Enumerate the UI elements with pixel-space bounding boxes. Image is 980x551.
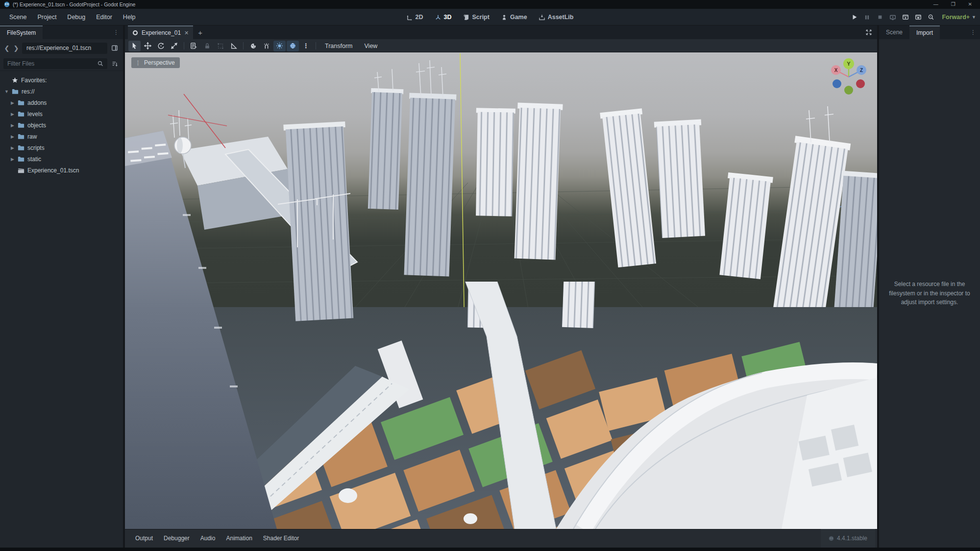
pause-button[interactable] [861,12,873,22]
menu-project[interactable]: Project [32,14,62,21]
workspace-tab-2d[interactable]: 2D [403,13,427,22]
renderer-selector[interactable]: Forward+ ▼ [942,14,976,21]
perspective-menu-button[interactable]: ⋮ Perspective [131,57,180,68]
scale-mode-button[interactable] [168,41,180,51]
menu-debug[interactable]: Debug [62,14,91,21]
tree-item-favorites[interactable]: Favorites: [0,74,123,86]
history-forward-button[interactable]: ❯ [13,45,20,52]
filesystem-dock-menu-icon[interactable]: ⋮ [109,25,123,39]
expand-arrow-icon[interactable]: ▶ [10,100,15,105]
scene-icon [132,30,138,36]
stop-button[interactable] [874,12,885,22]
environment-globe-icon [289,42,296,49]
new-scene-tab-button[interactable]: + [193,25,207,39]
play-button[interactable] [849,12,860,22]
workspace-tab-assetlib[interactable]: AssetLib [536,13,577,22]
extra-options-button[interactable]: ⋮ [300,41,312,51]
local-space-button[interactable] [247,41,259,51]
panel-audio[interactable]: Audio [195,535,221,542]
menu-help[interactable]: Help [118,14,141,21]
vertical-dots-icon: ⋮ [135,60,141,66]
tree-item-objects[interactable]: ▶ objects [0,120,123,131]
view-menu[interactable]: View [359,43,383,49]
preview-environment-button[interactable] [287,41,299,51]
snap-toggle-button[interactable] [260,41,272,51]
expand-fullscreen-icon [865,29,872,36]
remote-debug-button[interactable] [887,12,898,22]
history-back-button[interactable]: ❮ [3,45,10,52]
right-dock-menu-icon[interactable]: ⋮ [966,25,980,39]
workspace-tab-script[interactable]: Script [460,13,492,22]
tree-item-raw[interactable]: ▶ raw [0,131,123,142]
group-icon [217,43,224,49]
panel-debugger[interactable]: Debugger [158,535,195,542]
workspace-tab-game[interactable]: Game [498,13,531,22]
workspace-tab-3d[interactable]: 3D [432,13,455,22]
minimize-button[interactable]: — [933,2,938,7]
workspace-switcher: 2D 3D Script Game AssetLib [403,13,577,22]
rotate-mode-button[interactable] [155,41,167,51]
viewport-3d-render [125,52,877,529]
panel-animation[interactable]: Animation [220,535,257,542]
select-mode-button[interactable] [128,41,141,51]
tree-item-scripts[interactable]: ▶ scripts [0,142,123,153]
tab-import-dock[interactable]: Import [909,25,940,39]
lock-selected-button[interactable] [201,41,213,51]
folder-icon [18,145,24,151]
game-workspace-icon [501,14,508,21]
collapse-arrow-icon[interactable]: ▼ [4,89,9,94]
maximize-button[interactable]: ❐ [951,2,956,7]
play-custom-scene-button[interactable] [912,12,924,22]
sort-files-button[interactable] [110,59,120,69]
ruler-mode-button[interactable] [227,41,240,51]
gizmo-y-label: Y [847,61,851,67]
distraction-free-button[interactable] [860,25,877,39]
tree-item-res-root[interactable]: ▼ res:// [0,86,123,97]
close-button[interactable]: ✕ [968,2,972,7]
sun-icon [276,42,283,49]
tab-scene-dock[interactable]: Scene [879,25,909,39]
star-icon [12,77,18,83]
menu-editor[interactable]: Editor [91,14,118,21]
tree-item-levels[interactable]: ▶ levels [0,108,123,120]
spatial-toolbar: ⋮ Transform View [125,39,877,52]
expand-arrow-icon[interactable]: ▶ [10,123,15,128]
expand-arrow-icon[interactable]: ▶ [10,134,15,139]
tree-item-static[interactable]: ▶ static [0,153,123,165]
close-tab-icon[interactable]: ✕ [184,30,189,36]
selection-list-button[interactable] [188,41,200,51]
assetlib-workspace-icon [539,14,545,21]
play-scene-button[interactable] [900,12,911,22]
move-mode-button[interactable] [142,41,154,51]
filter-files-input[interactable]: Filter Files [3,58,107,69]
version-info[interactable]: 4.4.1.stable [821,529,875,548]
move-icon [144,42,151,49]
local-space-icon [250,43,257,49]
movie-maker-button[interactable] [925,12,936,22]
tree-item-addons[interactable]: ▶ addons [0,97,123,108]
perspective-label: Perspective [144,59,175,66]
filesystem-filter-row: Filter Files [0,57,123,71]
expand-arrow-icon[interactable]: ▶ [10,145,15,150]
current-path-field[interactable]: res://Experience_01.tscn [22,43,107,54]
transform-menu[interactable]: Transform [319,43,358,49]
tab-filesystem[interactable]: FileSystem [0,25,43,39]
import-panel-body: Select a resource file in the filesystem… [879,39,980,548]
filesystem-dock: FileSystem ⋮ ❮ ❯ res://Experience_01.tsc… [0,25,125,548]
expand-arrow-icon[interactable]: ▶ [10,157,15,162]
preview-sun-button[interactable] [273,41,286,51]
run-bar: Forward+ ▼ [849,12,980,22]
scene-tab-experience-01[interactable]: Experience_01 ✕ [128,25,193,39]
expand-arrow-icon[interactable]: ▶ [10,112,15,117]
panel-output[interactable]: Output [130,535,158,542]
lock-icon [204,43,211,49]
scene-tabbar: Experience_01 ✕ + [125,25,877,39]
tree-item-scene-file[interactable]: Experience_01.tscn [0,165,123,176]
toggle-split-mode-button[interactable] [110,43,120,53]
panel-shader-editor[interactable]: Shader Editor [258,535,304,542]
viewport-3d[interactable]: ⋮ Perspective Y X Z [125,52,877,529]
menu-scene[interactable]: Scene [4,14,32,21]
view-axis-gizmo[interactable]: Y X Z [826,55,871,100]
group-selected-button[interactable] [214,41,226,51]
folder-icon [18,134,24,140]
